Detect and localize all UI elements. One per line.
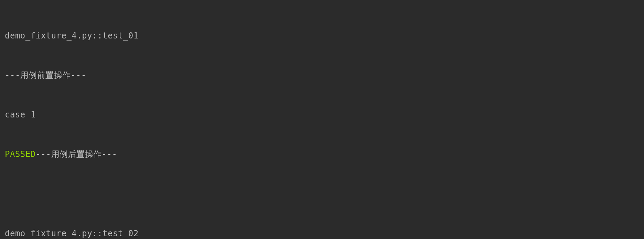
result-line: PASSED---用例后置操作--- bbox=[5, 148, 639, 161]
setup-line: ---用例前置操作--- bbox=[5, 69, 639, 82]
status-passed: PASSED bbox=[5, 149, 36, 159]
blank-line bbox=[5, 187, 639, 200]
teardown-text: ---用例后置操作--- bbox=[36, 149, 117, 159]
terminal-output: demo_fixture_4.py::test_01 ---用例前置操作--- … bbox=[5, 3, 639, 239]
body-line: case 1 bbox=[5, 108, 639, 121]
test-id-line: demo_fixture_4.py::test_01 bbox=[5, 29, 639, 42]
test-id-line: demo_fixture_4.py::test_02 bbox=[5, 227, 639, 239]
